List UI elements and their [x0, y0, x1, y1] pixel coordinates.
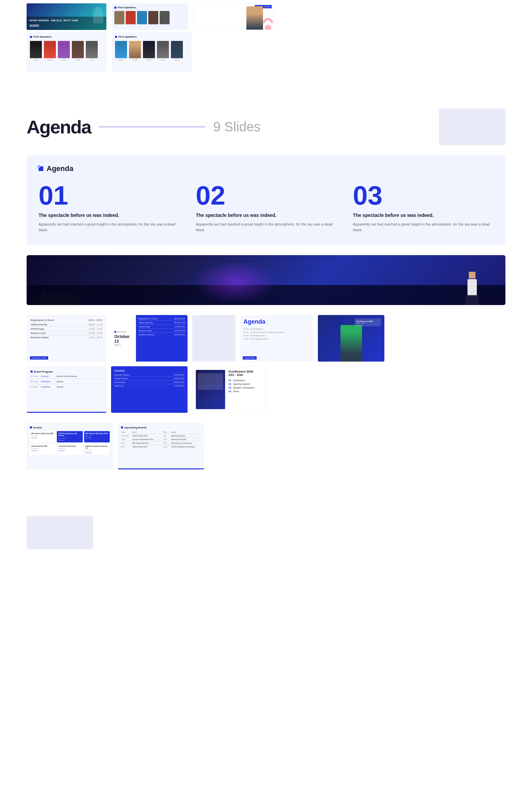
schedule-slide-split[interactable]: Schedule October 13 Day 4 Registration t…	[111, 315, 188, 361]
slides-count: 9 Slides	[213, 119, 260, 134]
iconference-slide[interactable]: iConference 20202/21 - 2/24 01.Introduct…	[192, 366, 265, 413]
schedule-date: October 13	[114, 334, 132, 344]
slide-thumb-person[interactable]: 5/1/2021 - 6/1/2021	[193, 3, 273, 30]
agenda-slide-small[interactable]: Agenda 09:00 - 09:30 Meeting 11:00 - 11:…	[240, 315, 313, 361]
agenda-small-title: Agenda	[243, 318, 310, 325]
agenda-number-1: 01	[39, 182, 179, 209]
schedule-label: Registration to Event 08:00 - 09:00	[31, 319, 102, 321]
events-slide[interactable]: Events MFF Diesel's Big Show 2020 9:00 -…	[26, 423, 113, 469]
iconference-title: iConference 20202/21 - 2/24	[228, 370, 262, 376]
first-speakers-label-3: First Speakers	[115, 35, 188, 38]
iconference-content: iConference 20202/21 - 2/24 01.Introduct…	[228, 370, 262, 409]
ic-item-4: 04.Show	[228, 390, 262, 392]
agenda-item-title-1: The spectacle before us was indeed.	[39, 212, 179, 219]
schedule-slide-light[interactable]: Registration to Event 08:00 - 09:00 Glob…	[26, 315, 107, 361]
upcoming-rows: Time Event Time Event 9:00-10:00 Adobe S…	[121, 431, 201, 448]
slides-row-2: Event Program 01 Show KeyNote Explore Br…	[0, 366, 532, 413]
ic-item-2: 02.Opening Speech	[228, 383, 262, 385]
agenda-slide-title: Agenda	[46, 164, 74, 173]
top-thumbnails-row1: PATRIC MORGEN · JINE ELIS · KETTY JANE 0…	[0, 0, 532, 32]
upcoming-icon	[121, 426, 123, 428]
events-label: Events	[30, 426, 110, 429]
blue-sched-label: Schedule	[114, 370, 184, 372]
schedule-rows: Global Learning09:00 - 11:30 Garrett Hug…	[31, 323, 102, 339]
event-card-4: Adobe Summit 2020 9:30 - 10:00 View More	[30, 444, 56, 455]
agenda-item-desc-1: Apparently we had reached a great height…	[39, 222, 179, 233]
agenda-slide-header: Agenda	[39, 164, 493, 173]
agenda-item-1: 01 The spectacle before us was indeed. A…	[39, 182, 179, 233]
blue-square-icon-3	[115, 36, 117, 38]
slide-thumb-names[interactable]: PATRIC MORGEN · JINE ELIS · KETTY JANE 0…	[26, 3, 107, 30]
slide-date: 01 // 2020	[29, 24, 39, 27]
speaker-names: PATRIC MORGEN · JINE ELIS · KETTY JANE	[29, 19, 104, 22]
agenda-number-3: 03	[353, 182, 493, 209]
agenda-item-2: 02 The spectacle before us was indeed. A…	[196, 182, 337, 233]
bottom-blue-placeholder	[26, 516, 93, 549]
ep-icon	[31, 371, 33, 373]
upcoming-events-slide[interactable]: Upcoming Events Time Event Time Event 9:…	[118, 423, 204, 469]
blue-square-icon-2	[30, 36, 32, 38]
event-card-3: MFF Diesel's Big Show 2020 9:00 - 9:30 V…	[84, 431, 110, 442]
event-card-1: MFF Diesel's Big Show 2020 9:00 - 9:30 V…	[30, 431, 56, 442]
schedule-blue-extended[interactable]: Schedule Breakout Session13:30-15:00 Ant…	[111, 366, 188, 413]
event-program-label: Event Program	[31, 370, 102, 373]
schedule-day: Day 4	[114, 344, 132, 346]
speaker-figure	[341, 325, 362, 361]
agenda-main-title: Agenda	[26, 116, 91, 138]
speaker-slide-female[interactable]: First Speakers Jenny Jessica Marilyn Ave…	[26, 32, 107, 72]
agenda-slides-tag: Developers 2021	[30, 356, 48, 359]
event-card-5: Consumer Electronics 9:00 - 9:30 View Mo…	[57, 444, 82, 455]
agenda-icon	[39, 166, 43, 171]
speaker-slide-mixed[interactable]: First Speakers Jessica Patrick Rose Davi…	[112, 32, 191, 72]
upcoming-events-label: Upcoming Events	[121, 426, 201, 429]
agenda-slide-preview: Agenda 01 The spectacle before us was in…	[26, 155, 506, 245]
ic-item-1: 01.Introduction	[228, 379, 262, 382]
agenda-item-title-3: The spectacle before us was indeed.	[353, 212, 493, 219]
agenda-preview-placeholder	[439, 108, 506, 145]
events-grid: MFF Diesel's Big Show 2020 9:00 - 9:30 V…	[30, 431, 110, 455]
ic-item-3: 03.Speaker Introduction	[228, 387, 262, 389]
first-speakers-label-1: First Speakers	[114, 6, 186, 9]
agenda-section-header: Agenda 9 Slides	[0, 102, 532, 152]
agenda-slides-label: Agenda Slides	[243, 356, 257, 359]
slide-info-box: iConference 2020 2/21 - 2/24	[355, 318, 381, 326]
blue-sched-rows: Breakout Session13:30-15:00 Antoine Patr…	[114, 374, 184, 388]
top-thumbnails-row2: First Speakers Jenny Jessica Marilyn Ave…	[0, 32, 532, 82]
slides-row-1: Registration to Event 08:00 - 09:00 Glob…	[0, 315, 532, 361]
blue-sq-schedule	[114, 331, 116, 333]
bottom-section	[0, 509, 532, 562]
agenda-number-2: 02	[196, 182, 337, 209]
blue-square-icon	[114, 7, 116, 8]
schedule-label-left: Schedule	[114, 331, 132, 333]
agenda-divider	[99, 127, 205, 127]
first-speakers-label-2: First Speakers	[30, 35, 103, 38]
events-icon	[30, 426, 32, 428]
speaker-photo-slide[interactable]: iConference 2020 2/21 - 2/24	[318, 315, 384, 361]
event-program-rows: 01 Show KeyNote Explore Brand Opening 02…	[31, 375, 102, 389]
agenda-item-title-2: The spectacle before us was indeed.	[196, 212, 337, 219]
event-card-2: CXXXX Symposium and Awards 9:30 - 10:00 …	[57, 431, 82, 442]
agenda-items-container: 01 The spectacle before us was indeed. A…	[39, 182, 493, 233]
empty-slide-1	[192, 315, 235, 361]
agenda-item-desc-3: Apparently we had reached a great height…	[353, 222, 493, 233]
conference-banner	[26, 255, 506, 305]
iconference-photo	[196, 370, 225, 409]
event-program-slide[interactable]: Event Program 01 Show KeyNote Explore Br…	[26, 366, 107, 413]
slides-row-3: Events MFF Diesel's Big Show 2020 9:00 -…	[0, 423, 532, 469]
agenda-item-3: 03 The spectacle before us was indeed. A…	[353, 182, 493, 233]
slide-thumb-speakers-grid[interactable]: First Speakers	[112, 3, 188, 30]
event-card-6: Digital Ecosystems Industry 4.0 9:00 - 9…	[84, 444, 110, 455]
agenda-item-desc-2: Apparently we had reached a great height…	[196, 222, 337, 233]
